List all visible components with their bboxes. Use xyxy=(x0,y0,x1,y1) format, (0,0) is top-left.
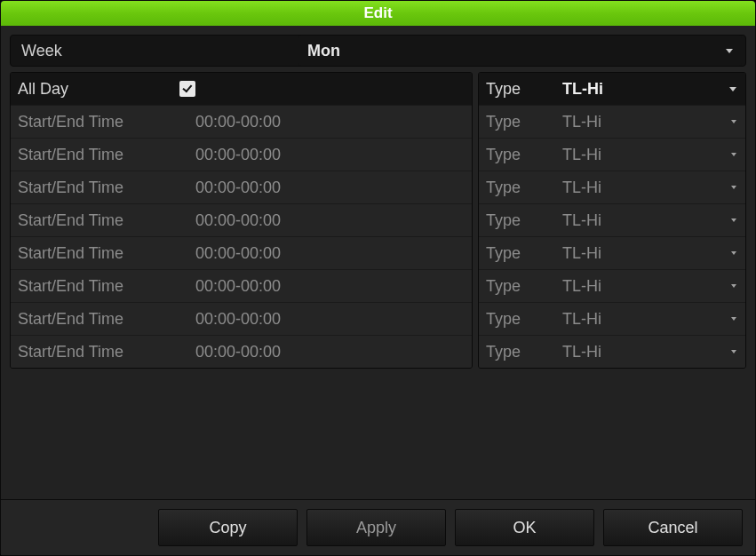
slot-row: Start/End Time00:00-00:00 xyxy=(11,335,472,368)
slot-type-select[interactable]: TL-Hi xyxy=(559,211,745,230)
type-value: TL-Hi xyxy=(562,211,601,230)
time-column: All Day Start/End Time00:00-00:00 Start/… xyxy=(10,72,473,369)
slot-type-row: TypeTL-Hi xyxy=(479,105,745,138)
chevron-down-icon xyxy=(731,251,736,255)
slot-type-row: TypeTL-Hi xyxy=(479,138,745,171)
week-label: Week xyxy=(14,42,298,60)
cancel-button[interactable]: Cancel xyxy=(603,509,743,546)
allday-type-select[interactable]: TL-Hi xyxy=(559,76,745,101)
dialog-footer: Copy Apply OK Cancel xyxy=(1,499,755,555)
type-value: TL-Hi xyxy=(562,343,601,361)
chevron-down-icon xyxy=(731,186,736,189)
type-label: Type xyxy=(479,343,559,361)
slot-time: 00:00-00:00 xyxy=(188,146,393,164)
type-label: Type xyxy=(479,211,559,230)
type-value: TL-Hi xyxy=(562,113,601,131)
slot-label: Start/End Time xyxy=(11,277,188,296)
slot-label: Start/End Time xyxy=(11,244,188,263)
type-label: Type xyxy=(479,277,559,296)
allday-checkbox[interactable] xyxy=(179,81,195,97)
slot-type-row: TypeTL-Hi xyxy=(479,236,745,269)
slot-label: Start/End Time xyxy=(11,211,188,230)
chevron-down-icon xyxy=(731,120,736,123)
slot-row: Start/End Time00:00-00:00 xyxy=(11,302,472,335)
slot-time: 00:00-00:00 xyxy=(188,244,393,263)
type-label: Type xyxy=(479,244,559,263)
slot-type-select[interactable]: TL-Hi xyxy=(559,113,745,131)
type-label: Type xyxy=(479,146,559,164)
slot-type-row: TypeTL-Hi xyxy=(479,335,745,368)
slot-time: 00:00-00:00 xyxy=(188,310,393,329)
apply-button[interactable]: Apply xyxy=(306,509,446,546)
slot-label: Start/End Time xyxy=(11,343,188,361)
slot-type-select[interactable]: TL-Hi xyxy=(559,146,745,164)
slot-type-row: TypeTL-Hi xyxy=(479,269,745,302)
chevron-down-icon xyxy=(726,49,733,53)
slot-label: Start/End Time xyxy=(11,146,188,164)
dialog-title: Edit xyxy=(1,1,755,26)
week-row: Week Mon xyxy=(10,35,746,67)
slot-time: 00:00-00:00 xyxy=(188,277,393,296)
edit-dialog: Edit Week Mon All Day Start/End Time00:0… xyxy=(0,0,756,556)
type-value: TL-Hi xyxy=(562,310,601,329)
chevron-down-icon xyxy=(731,350,736,353)
type-label: Type xyxy=(479,179,559,197)
chevron-down-icon xyxy=(731,284,736,288)
slot-type-row: TypeTL-Hi xyxy=(479,302,745,335)
slot-row: Start/End Time00:00-00:00 xyxy=(11,269,472,302)
type-value: TL-Hi xyxy=(562,277,601,296)
week-value: Mon xyxy=(307,42,340,60)
slot-time: 00:00-00:00 xyxy=(188,179,393,197)
slot-type-select[interactable]: TL-Hi xyxy=(559,244,745,263)
week-select[interactable]: Mon xyxy=(298,36,742,66)
allday-row: All Day xyxy=(11,73,472,105)
slot-time: 00:00-00:00 xyxy=(188,211,393,230)
slot-row: Start/End Time00:00-00:00 xyxy=(11,105,472,138)
slot-time: 00:00-00:00 xyxy=(188,343,393,361)
slot-time: 00:00-00:00 xyxy=(188,113,393,131)
chevron-down-icon xyxy=(731,218,736,222)
type-value: TL-Hi xyxy=(562,80,603,99)
check-icon xyxy=(182,83,192,93)
type-value: TL-Hi xyxy=(562,146,601,164)
slot-type-row: TypeTL-Hi xyxy=(479,171,745,203)
dialog-content: Week Mon All Day Start/End Time00:00-00:… xyxy=(1,26,755,499)
type-label: Type xyxy=(479,80,559,99)
type-value: TL-Hi xyxy=(562,179,601,197)
chevron-down-icon xyxy=(729,87,736,91)
type-column: Type TL-Hi TypeTL-Hi TypeTL-Hi TypeTL-Hi… xyxy=(478,72,746,369)
slot-type-select[interactable]: TL-Hi xyxy=(559,343,745,361)
slot-label: Start/End Time xyxy=(11,113,188,131)
chevron-down-icon xyxy=(731,153,736,156)
slot-row: Start/End Time00:00-00:00 xyxy=(11,236,472,269)
slot-type-row: TypeTL-Hi xyxy=(479,203,745,236)
slot-label: Start/End Time xyxy=(11,310,188,329)
slot-type-select[interactable]: TL-Hi xyxy=(559,277,745,296)
allday-type-row: Type TL-Hi xyxy=(479,73,745,105)
chevron-down-icon xyxy=(731,317,736,321)
slot-type-select[interactable]: TL-Hi xyxy=(559,310,745,329)
ok-button[interactable]: OK xyxy=(455,509,594,546)
slot-label: Start/End Time xyxy=(11,179,188,197)
copy-button[interactable]: Copy xyxy=(158,509,298,546)
slot-row: Start/End Time00:00-00:00 xyxy=(11,138,472,171)
allday-label: All Day xyxy=(11,80,179,99)
slot-type-select[interactable]: TL-Hi xyxy=(559,179,745,197)
type-label: Type xyxy=(479,113,559,131)
type-value: TL-Hi xyxy=(562,244,601,263)
slot-row: Start/End Time00:00-00:00 xyxy=(11,171,472,203)
slot-row: Start/End Time00:00-00:00 xyxy=(11,203,472,236)
type-label: Type xyxy=(479,310,559,329)
